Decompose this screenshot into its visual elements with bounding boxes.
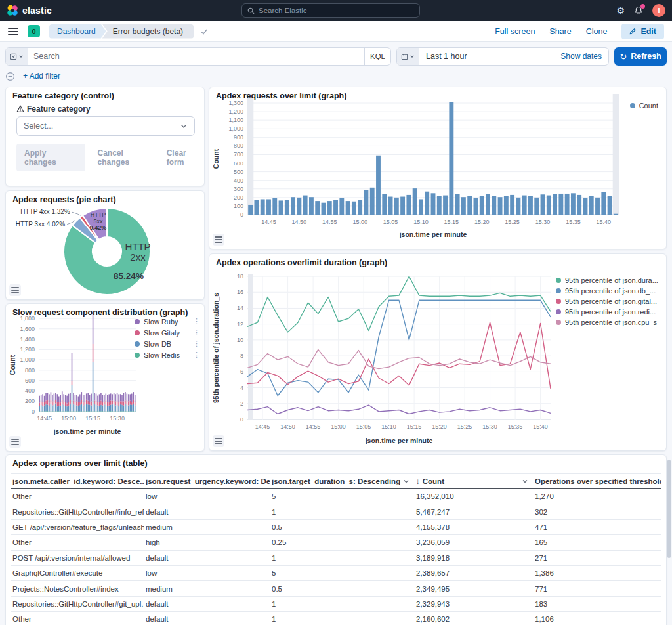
legend-item[interactable]: Slow Ruby⋮	[135, 317, 200, 326]
global-search[interactable]	[242, 3, 420, 18]
query-bar: KQL Last 1 hour Show dates ↻ Refresh	[0, 42, 672, 68]
legend-item[interactable]: 95th percentile of json.redi...	[556, 308, 661, 316]
clear-form-button[interactable]: Clear form	[167, 148, 204, 167]
bar-chart-canvas[interactable]: 01002003004005006007008009001,0001,1001,…	[209, 87, 667, 250]
legend-menu-icon[interactable]: ⋮	[190, 339, 200, 348]
clone-button[interactable]: Clone	[586, 27, 608, 36]
panel-options-icon[interactable]	[213, 234, 224, 246]
table-header-cell[interactable]: json.target_duration_s: Descending	[270, 477, 415, 485]
apdex-operations-table-panel: Apdex operations over limit (table) json…	[5, 454, 667, 625]
svg-text:9.42%: 9.42%	[90, 225, 107, 231]
show-dates-button[interactable]: Show dates	[560, 52, 608, 61]
breadcrumb-dashboard[interactable]: Dashboard	[49, 24, 106, 39]
svg-text:14: 14	[237, 305, 243, 311]
space-badge[interactable]: 0	[28, 25, 40, 37]
panel-options-icon[interactable]	[213, 435, 224, 447]
chevron-down-icon[interactable]	[522, 478, 528, 485]
menu-icon[interactable]	[8, 28, 18, 35]
refresh-button[interactable]: ↻ Refresh	[614, 47, 667, 66]
table-header-cell[interactable]: ↓Count	[415, 477, 534, 485]
kql-button[interactable]: KQL	[364, 48, 390, 65]
legend-menu-icon[interactable]: ⋮	[190, 328, 200, 337]
legend-item[interactable]: 95th percentile of json.gital...	[556, 297, 661, 305]
feature-category-select[interactable]: Select...	[16, 116, 195, 136]
svg-text:500: 500	[234, 169, 243, 175]
elastic-logo[interactable]: elastic	[7, 5, 52, 16]
notification-dot	[640, 4, 645, 9]
legend-item[interactable]: 95th percentile of json.dura...	[556, 276, 661, 284]
legend-item[interactable]: Count	[630, 102, 658, 110]
filter-options-icon[interactable]	[5, 72, 15, 81]
svg-text:900: 900	[234, 134, 243, 140]
svg-text:2: 2	[240, 400, 243, 407]
table-cell: 0.25	[270, 538, 415, 546]
cancel-changes-button[interactable]: Cancel changes	[97, 148, 154, 167]
table-cell: POST /api/:version/internal/allowed	[11, 554, 144, 562]
saved-check-icon	[200, 28, 208, 35]
legend-label: 95th percentile of json.gital...	[565, 297, 657, 305]
warning-icon	[16, 105, 24, 113]
table-cell: 5	[270, 569, 415, 577]
table-cell: 1,106	[534, 615, 661, 623]
global-search-input[interactable]	[259, 7, 414, 14]
svg-text:600: 600	[234, 160, 243, 167]
svg-text:HTTP: HTTP	[91, 211, 106, 218]
panel-options-icon[interactable]	[9, 436, 21, 448]
table-header-cell[interactable]: json.meta.caller_id.keyword: Desce...	[11, 477, 144, 485]
table-cell: GET /api/:version/feature_flags/unleash.…	[11, 523, 144, 531]
table-cell: medium	[144, 585, 270, 593]
saved-query-menu[interactable]	[6, 48, 28, 65]
legend-item[interactable]: Slow Gitaly⋮	[135, 328, 200, 337]
share-button[interactable]: Share	[549, 27, 571, 36]
panel-title: Apdex operations overlimit duration (gra…	[216, 258, 387, 267]
search-input[interactable]	[28, 52, 364, 61]
table-cell: 183	[534, 600, 661, 608]
chevron-down-icon[interactable]	[403, 478, 410, 485]
pie-chart-canvas[interactable]: HTTP2xx85.24%HTTP5xx9.42%HTTP 4xx 1.32%H…	[6, 191, 205, 301]
legend-menu-icon[interactable]: ⋮	[190, 351, 200, 359]
table-cell: 2,349,495	[415, 585, 534, 593]
calendar-menu[interactable]	[397, 48, 419, 65]
bar-chart-legend: Count	[630, 102, 658, 110]
panel-options-icon[interactable]	[9, 284, 21, 296]
legend-label: Slow Gitaly	[144, 329, 180, 337]
table-header-cell[interactable]: Operations over specified threshold...	[534, 477, 661, 485]
table-cell: Other	[11, 538, 144, 546]
table-cell: Projects::NotesController#index	[11, 585, 144, 593]
legend-item[interactable]: 95th percentile of json.db_...	[556, 287, 661, 295]
svg-text:14:50: 14:50	[280, 423, 295, 430]
svg-text:15:15: 15:15	[85, 415, 100, 421]
time-range-value[interactable]: Last 1 hour	[419, 52, 560, 61]
svg-text:15:30: 15:30	[110, 415, 125, 421]
edit-button[interactable]: Edit	[621, 24, 664, 39]
notifications-bell-icon[interactable]	[634, 6, 643, 15]
brand-text: elastic	[22, 5, 52, 16]
user-avatar[interactable]: I	[652, 4, 665, 17]
legend-item[interactable]: 95th percentile of json.cpu_s	[556, 318, 661, 326]
svg-text:Count: Count	[9, 355, 16, 375]
legend-item[interactable]: Slow DB⋮	[135, 339, 200, 348]
legend-dot-icon	[135, 319, 140, 324]
add-filter-button[interactable]: + Add filter	[23, 72, 60, 81]
svg-text:1,200: 1,200	[20, 346, 35, 353]
gear-icon[interactable]: ⚙	[616, 6, 625, 15]
legend-dot-icon	[556, 309, 561, 314]
legend-menu-icon[interactable]: ⋮	[190, 317, 200, 326]
slow-request-distribution-panel: Slow request component distribution (gra…	[5, 303, 205, 452]
full-screen-button[interactable]: Full screen	[495, 27, 535, 36]
svg-text:15:05: 15:05	[383, 219, 398, 225]
svg-text:15:25: 15:25	[505, 219, 520, 225]
table-row: Repositories::GitHttpController#info_ref…	[11, 504, 661, 519]
table-header-cell[interactable]: json.request_urgency.keyword: Des...	[144, 477, 270, 485]
svg-text:Count: Count	[212, 148, 220, 169]
saved-query-icon	[10, 53, 17, 60]
page-scrollbar[interactable]	[667, 460, 671, 558]
svg-text:10: 10	[237, 337, 243, 343]
svg-text:8: 8	[240, 353, 243, 359]
legend-item[interactable]: Slow Redis⋮	[135, 351, 200, 359]
svg-text:15:25: 15:25	[457, 423, 472, 430]
table-cell: 1	[270, 615, 415, 623]
apply-changes-button[interactable]: Apply changes	[16, 144, 85, 171]
svg-text:16: 16	[237, 289, 243, 295]
svg-text:14:50: 14:50	[292, 219, 307, 225]
